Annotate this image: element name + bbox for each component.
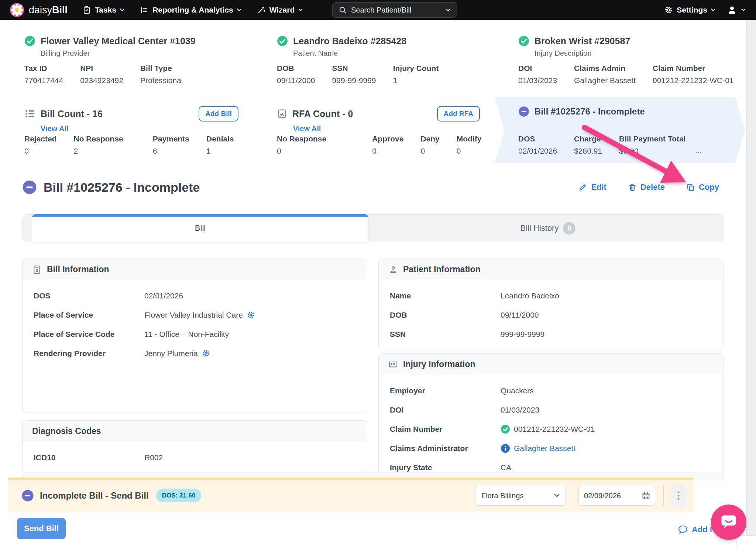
row-injury-state: Injury State CA (390, 462, 712, 472)
rfa-count-view-all-link[interactable]: View All (293, 124, 480, 133)
clipboard-icon (82, 6, 91, 14)
rfa-count-card[interactable]: RFA Count - 0 Add RFA View All No Respon… (253, 97, 504, 163)
diagnosis-codes-card: Diagnosis Codes ICD10 R002 (22, 420, 367, 472)
stat-tax-id: Tax ID 770417444 (24, 64, 63, 85)
trash-icon (628, 183, 637, 192)
stat-claims-admin: Claims Admin Gallagher Bassett (574, 64, 636, 85)
brand-logo[interactable]: daisyBill (10, 3, 68, 17)
brand-daisy: daisy (29, 4, 52, 16)
bill-information-header: $ Bill Information (23, 259, 367, 280)
info-circle-icon[interactable] (501, 444, 510, 453)
chat-launcher-button[interactable] (711, 505, 746, 540)
scrollbar-track[interactable] (746, 20, 756, 547)
rfa-count-stats: No Response 0 Approve 0 Deny 0 Modify 0 (277, 134, 480, 155)
stat-claim-number: Claim Number 001212-221232-WC-01 (653, 64, 733, 85)
chevron-down-icon[interactable] (446, 8, 451, 12)
nav-reporting-analytics[interactable]: Reporting & Analytics (140, 6, 241, 14)
nav-account-menu[interactable] (726, 4, 746, 16)
stat-ssn: SSN 999-99-9999 (332, 64, 376, 85)
stat-injury-count: Injury Count 1 (393, 64, 439, 85)
card-head: Bill Count - 16 Add Bill (24, 106, 238, 122)
send-date-value: 02/09/2026 (584, 492, 642, 500)
row-icd10: ICD10 R002 (34, 452, 356, 462)
tab-bill[interactable]: Bill (32, 214, 368, 242)
bill-count-card[interactable]: Bill Count - 16 Add Bill View All Reject… (7, 97, 262, 163)
left-column: $ Bill Information DOS 02/01/2026 Place … (22, 259, 367, 482)
nav-settings-label: Settings (677, 6, 707, 14)
bill-count-view-all-link[interactable]: View All (41, 124, 238, 133)
tab-bill-history[interactable]: Bill History 0 (373, 215, 723, 242)
nav-tasks[interactable]: Tasks (82, 6, 124, 14)
selected-bill-title: Bill #1025276 - Incomplete (535, 106, 645, 117)
configure-gear-icon[interactable] (247, 311, 255, 319)
stat-modify: Modify 0 (457, 134, 482, 155)
add-bill-button[interactable]: Add Bill (199, 106, 238, 122)
breadcrumb-cards: Flower Valley Medical Center #1039 Billi… (7, 27, 745, 92)
patient-card[interactable]: Leandro Badeixo #285428 Patient Name DOB… (253, 27, 504, 92)
selected-bill-card[interactable]: Bill #1025276 - Incomplete DOS 02/01/202… (495, 97, 745, 163)
calendar-icon[interactable] (642, 491, 650, 500)
injury-title: Broken Wrist #290587 (535, 36, 630, 47)
check-circle-icon (501, 424, 510, 434)
card-head: Flower Valley Medical Center #1039 (24, 35, 238, 47)
list-icon (24, 108, 35, 119)
send-date-input[interactable]: 02/09/2026 (578, 486, 656, 506)
claims-administrator-link[interactable]: Gallagher Bassett (514, 443, 575, 453)
injury-information-header: Injury Information (379, 354, 723, 375)
id-card-icon (388, 360, 398, 369)
check-circle-icon (277, 35, 288, 47)
gear-icon (664, 6, 673, 14)
incomplete-minus-circle-icon (22, 180, 37, 195)
row-claim-number: Claim Number 001212-221232-WC-01 (390, 424, 712, 434)
delete-button[interactable]: Delete (628, 182, 665, 192)
bill-information-body: DOS 02/01/2026 Place of Service Flower V… (23, 280, 367, 368)
send-bill-button[interactable]: Send Bill (17, 518, 66, 539)
card-head: Broken Wrist #290587 (518, 35, 721, 47)
card-head: RFA Count - 0 Add RFA (277, 106, 480, 122)
stat-dob: DOB 09/11/2000 (277, 64, 315, 85)
stat-no-response: No Response 0 (277, 134, 326, 155)
biller-select[interactable]: Flora Billings (475, 486, 566, 506)
stat-doi: DOI 01/03/2023 (518, 64, 557, 85)
chat-bubble-icon (719, 513, 738, 532)
billing-provider-card[interactable]: Flower Valley Medical Center #1039 Billi… (7, 27, 262, 92)
nav-tasks-label: Tasks (95, 6, 116, 14)
injury-information-card: Injury Information Employer Quackers DOI… (378, 353, 724, 482)
chevron-down-icon (711, 8, 715, 11)
more-ellipsis[interactable]: ... (695, 146, 702, 155)
search-input[interactable]: Search Patient/Bill (332, 2, 457, 18)
daisy-flower-icon (10, 3, 24, 17)
magic-wand-icon (257, 6, 266, 14)
more-options-button[interactable] (671, 484, 686, 507)
bill-document-icon: $ (32, 265, 42, 274)
bill-tabs: Bill Bill History 0 (22, 214, 724, 242)
row-claims-administrator: Claims Administrator Gallagher Bassett (390, 443, 712, 453)
patient-stats: DOB 09/11/2000 SSN 999-99-9999 Injury Co… (277, 64, 480, 85)
patient-subtitle: Patient Name (293, 49, 480, 58)
add-rfa-button[interactable]: Add RFA (437, 106, 480, 122)
rfa-count-title: RFA Count - 0 (292, 109, 353, 119)
configure-gear-icon[interactable] (202, 349, 210, 358)
bill-history-count-badge: 0 (563, 222, 575, 235)
patient-information-body: Name Leandro Badeixo DOB 09/11/2000 SSN … (379, 280, 723, 349)
row-dob: DOB 09/11/2000 (390, 310, 712, 320)
billing-provider-subtitle: Billing Provider (41, 49, 238, 58)
patient-icon (388, 265, 398, 274)
stat-npi: NPI 0234923492 (80, 64, 123, 85)
nav-wizard-label: Wizard (269, 6, 295, 14)
stat-denials: Denials 1 (206, 134, 234, 155)
search-icon (339, 6, 347, 14)
nav-wizard[interactable]: Wizard (257, 6, 303, 14)
card-head: Leandro Badeixo #285428 (277, 35, 480, 47)
edit-button[interactable]: Edit (578, 182, 606, 192)
injury-information-body: Employer Quackers DOI 01/03/2023 Claim N… (379, 375, 723, 482)
billing-provider-title: Flower Valley Medical Center #1039 (41, 36, 196, 47)
nav-settings[interactable]: Settings (664, 6, 715, 14)
injury-card[interactable]: Broken Wrist #290587 Injury Description … (495, 27, 745, 92)
row-place-of-service: Place of Service Flower Valley Industria… (34, 310, 356, 320)
svg-text:$: $ (36, 268, 38, 272)
search-placeholder: Search Patient/Bill (351, 6, 441, 14)
top-nav: daisyBill Tasks Reporting & Analytics Wi… (0, 0, 756, 20)
row-place-of-service-code: Place of Service Code 11 - Office – Non-… (34, 329, 356, 339)
copy-button[interactable]: Copy (686, 182, 719, 192)
